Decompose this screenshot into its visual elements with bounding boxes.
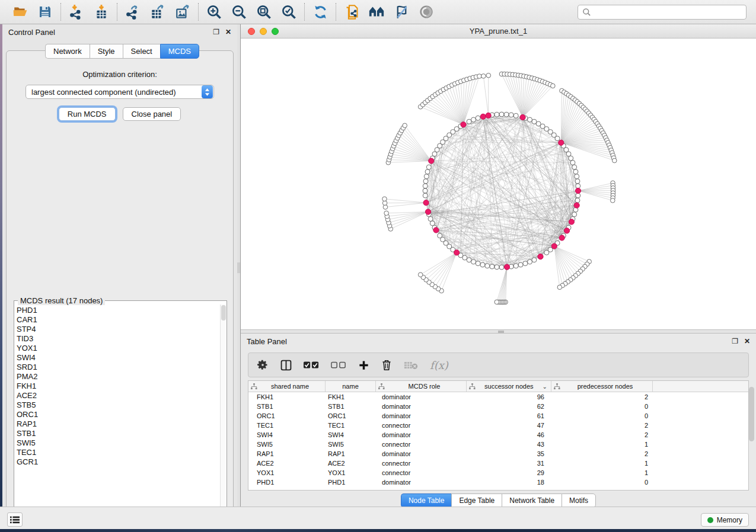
mcds-hub-node[interactable] (551, 243, 557, 249)
gear-icon[interactable] (257, 359, 269, 371)
table-row[interactable]: ACE2ACE2connector311 (248, 459, 748, 468)
mcds-hub-node[interactable] (425, 209, 430, 214)
leaf-node[interactable] (495, 300, 499, 305)
tab-edge-table[interactable]: Edge Table (451, 493, 502, 508)
vertical-splitter-handle[interactable] (237, 262, 240, 273)
ring-node[interactable] (467, 119, 471, 124)
ring-node[interactable] (566, 152, 571, 156)
function-builder-icon[interactable]: f(x) (430, 359, 448, 371)
leaf-node[interactable] (418, 273, 423, 277)
mcds-hub-node[interactable] (564, 228, 569, 233)
table-row[interactable]: SWI5SWI5connector431 (248, 440, 748, 449)
ring-node[interactable] (426, 165, 431, 169)
mcds-result-item[interactable]: FKH1 (17, 382, 219, 391)
ring-node[interactable] (423, 193, 428, 198)
mcds-result-item[interactable]: STB5 (17, 400, 219, 410)
table-row[interactable]: STB1STB1dominator620 (248, 402, 748, 411)
ring-node[interactable] (575, 198, 580, 203)
delete-column-icon[interactable] (381, 359, 392, 371)
export-image-icon[interactable] (174, 4, 191, 20)
split-columns-icon[interactable] (280, 360, 292, 371)
mcds-hub-node[interactable] (504, 264, 509, 270)
mcds-result-item[interactable]: SRD1 (17, 363, 219, 372)
import-network-icon[interactable] (68, 4, 85, 20)
ring-node[interactable] (513, 264, 518, 268)
open-folder-icon[interactable] (12, 4, 28, 20)
ring-node[interactable] (471, 259, 476, 264)
mcds-hub-node[interactable] (538, 254, 543, 259)
ring-node[interactable] (430, 221, 435, 226)
mcds-hub-node[interactable] (433, 227, 439, 233)
network-canvas[interactable] (241, 39, 756, 329)
ring-node[interactable] (480, 262, 485, 267)
mcds-scrollbar[interactable] (220, 305, 226, 520)
mcds-result-item[interactable]: STP4 (17, 325, 219, 334)
ring-node[interactable] (485, 264, 490, 268)
ring-node[interactable] (518, 262, 523, 267)
horizontal-splitter[interactable] (241, 329, 756, 334)
tab-select[interactable]: Select (123, 44, 160, 59)
table-scrollbar[interactable] (748, 383, 755, 489)
ring-node[interactable] (428, 216, 433, 221)
export-table-icon[interactable] (149, 4, 166, 20)
table-row[interactable]: ORC1ORC1dominator610 (248, 411, 748, 421)
ring-node[interactable] (499, 112, 504, 117)
tab-network[interactable]: Network (45, 44, 90, 59)
ring-node[interactable] (575, 179, 580, 184)
leaf-node[interactable] (612, 158, 617, 163)
float-table-panel-icon[interactable]: ❐ (732, 338, 738, 345)
clone-network-icon[interactable] (343, 4, 360, 20)
select-all-checkboxes-icon[interactable] (304, 361, 319, 369)
zoom-fit-icon[interactable] (256, 4, 272, 20)
clear-checkboxes-icon[interactable] (331, 361, 346, 369)
hide-selected-icon[interactable] (393, 4, 410, 20)
mcds-result-item[interactable]: RAP1 (17, 419, 219, 429)
column-header-shared-name[interactable]: shared name (248, 381, 326, 392)
mcds-result-list[interactable]: PHD1CAR1STP4TID3YOX1SWI4SRD1PMA2FKH1ACE2… (17, 306, 219, 519)
mcds-hub-node[interactable] (429, 158, 434, 164)
zoom-in-icon[interactable] (206, 4, 222, 20)
leaf-node[interactable] (551, 84, 556, 88)
leaf-node[interactable] (384, 211, 389, 216)
mcds-result-item[interactable]: ORC1 (17, 410, 219, 419)
mcds-hub-node[interactable] (575, 188, 580, 193)
criterion-dropdown[interactable]: largest connected component (undirected) (25, 85, 214, 99)
tab-style[interactable]: Style (90, 44, 123, 59)
ring-node[interactable] (555, 136, 560, 141)
ring-node[interactable] (527, 259, 532, 264)
leaf-node[interactable] (403, 123, 407, 128)
leaf-node[interactable] (481, 74, 486, 79)
table-row[interactable]: PHD1PHD1dominator180 (248, 477, 748, 487)
mcds-hub-node[interactable] (520, 114, 525, 120)
show-all-icon[interactable] (418, 4, 435, 20)
ring-node[interactable] (495, 112, 499, 117)
tab-mcds[interactable]: MCDS (160, 44, 199, 59)
add-column-icon[interactable] (358, 360, 369, 371)
memory-button[interactable]: Memory (701, 513, 749, 527)
mcds-result-item[interactable]: YOX1 (17, 344, 219, 353)
ring-node[interactable] (572, 165, 577, 169)
table-row[interactable]: SWI4SWI4dominator462 (248, 430, 748, 440)
first-neighbors-icon[interactable] (368, 4, 385, 20)
ring-node[interactable] (509, 113, 513, 117)
mcds-result-item[interactable]: GCR1 (17, 457, 219, 467)
mcds-hub-node[interactable] (569, 219, 574, 225)
ring-node[interactable] (499, 265, 504, 270)
table-row[interactable]: YOX1YOX1connector291 (248, 468, 748, 477)
close-panel-button[interactable]: Close panel (123, 107, 181, 121)
ring-node[interactable] (495, 265, 499, 270)
import-table-icon[interactable] (93, 4, 110, 20)
column-header-MCDS-role[interactable]: MCDS role (376, 381, 467, 392)
ring-node[interactable] (570, 161, 575, 165)
mcds-hub-node[interactable] (423, 200, 429, 206)
tab-node-table[interactable]: Node Table (401, 493, 452, 508)
ring-node[interactable] (424, 174, 429, 179)
ring-node[interactable] (573, 169, 578, 174)
ring-node[interactable] (576, 193, 580, 198)
ring-node[interactable] (532, 119, 537, 124)
ring-node[interactable] (423, 179, 428, 184)
ring-node[interactable] (423, 184, 428, 188)
export-network-icon[interactable] (125, 4, 141, 20)
mcds-result-item[interactable]: SWI4 (17, 353, 219, 363)
ring-node[interactable] (532, 258, 537, 262)
